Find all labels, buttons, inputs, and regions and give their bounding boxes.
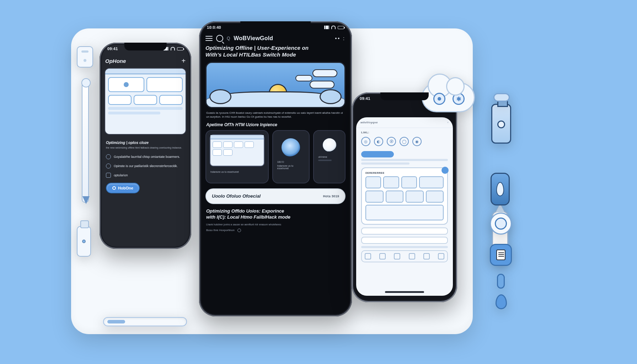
panel-disc-2[interactable]: olVnime xyxy=(313,130,346,183)
status-indicators xyxy=(164,47,183,50)
primary-pill[interactable] xyxy=(361,151,394,157)
nav-item[interactable] xyxy=(409,253,415,259)
nav-item[interactable] xyxy=(379,253,386,259)
document-icon xyxy=(496,250,505,260)
text-line xyxy=(361,162,410,165)
left-item-2[interactable]: optularion xyxy=(100,171,191,180)
left-section-body: the new webmizing offline html fallback … xyxy=(100,145,191,152)
prop-canister xyxy=(491,104,511,144)
icon-2[interactable]: ◐ xyxy=(374,137,383,146)
prop-capsule xyxy=(497,274,505,289)
prop-coin xyxy=(490,213,512,235)
status-time: 09:41 xyxy=(360,96,370,101)
chevron-down-icon[interactable]: ▾ xyxy=(447,121,449,124)
center-panel-row: hstansne us to essehonet 1B1'O hstansne … xyxy=(199,130,352,183)
left-title: OpHone xyxy=(105,58,126,64)
article-title: Optimizing Offline | User-Experience on … xyxy=(199,45,352,58)
left-preview-window xyxy=(105,68,186,135)
text-line xyxy=(361,246,448,248)
left-cta-button[interactable]: HobOne xyxy=(106,183,140,193)
center-separator: Uoolo Ofoluo Ofoecial Hota 3019 xyxy=(205,188,346,204)
cloud-toggle-1[interactable] xyxy=(433,93,445,105)
folder-icon xyxy=(106,173,111,178)
text-line xyxy=(361,159,448,161)
center-topbar: Q WoBViewGold •• : xyxy=(199,33,352,45)
cloud-toggle-2[interactable]: ✱ xyxy=(453,93,465,105)
section-heading-2: Optimizing Offldo Uoios: Exporince with … xyxy=(199,204,352,222)
phone-right: 09:41 wilvlVvyqve ▾ LIAL: ◎ ◐ ⦿ ◯ ◉ DERE… xyxy=(352,92,457,302)
icon-5[interactable]: ◉ xyxy=(412,137,422,146)
section-heading: Apetime OfTh HTM Uziore Inpience xyxy=(199,119,352,130)
right-screen: wilvlVvyqve ▾ LIAL: ◎ ◐ ⦿ ◯ ◉ DERERERREE xyxy=(356,117,453,296)
article-subtitle: Goaslo la ryosora OXft lboatol caury oat… xyxy=(199,111,352,119)
prop-teardrop xyxy=(496,294,507,309)
slider-track[interactable] xyxy=(103,317,187,326)
hero-illustration xyxy=(205,62,346,108)
icon-4[interactable]: ◯ xyxy=(400,137,409,146)
brand-title: WoBViewGold xyxy=(234,35,273,42)
avatar-icon xyxy=(237,229,241,232)
prop-cloud: ✱ xyxy=(422,82,475,112)
panel-disc-1[interactable]: 1B1'O hstansne us to essehonet xyxy=(272,130,310,183)
more-icon[interactable]: •• : xyxy=(335,36,346,41)
notch xyxy=(124,43,167,50)
nav-item[interactable] xyxy=(365,253,371,259)
icon-3[interactable]: ⦿ xyxy=(387,137,396,146)
prop-usb xyxy=(77,226,91,257)
status-time: 10:0:40 xyxy=(207,25,221,30)
prop-gem xyxy=(491,173,510,205)
phone-left: 09:41 OpHone + Optimizing | oplos cloze … xyxy=(100,43,191,249)
footer-meta: Boso thre Hoxportinon xyxy=(199,227,352,232)
icon-row: ◎ ◐ ⦿ ◯ ◉ xyxy=(356,135,453,150)
panel-preview[interactable]: hstansne us to essehonet xyxy=(205,130,269,183)
slot-2[interactable] xyxy=(361,237,448,244)
section-label: LIAL: xyxy=(356,128,453,135)
content-card: DERERERREE xyxy=(361,167,448,225)
slot-1[interactable] xyxy=(361,228,448,235)
prop-square-button[interactable] xyxy=(490,244,512,266)
phone-center: 10:0:40 Q WoBViewGold •• : Optimizing Of… xyxy=(199,21,352,316)
breadcrumb: wilvlVvyqve ▾ xyxy=(356,117,453,128)
left-section-title: Optimizing | oplos cloze xyxy=(100,138,191,145)
notch xyxy=(380,92,429,100)
notch xyxy=(240,21,311,29)
circle-icon xyxy=(112,186,116,190)
search-placeholder: Q xyxy=(227,36,230,41)
disc-icon xyxy=(280,137,301,158)
add-icon[interactable]: + xyxy=(181,57,186,65)
nav-item[interactable] xyxy=(394,253,400,259)
card-badge xyxy=(441,167,449,174)
doc-icon xyxy=(106,164,111,168)
left-item-1[interactable]: Opinste is our patilaristik slecrenstrrl… xyxy=(100,161,191,171)
clock-icon xyxy=(106,154,111,159)
prop-lozenge xyxy=(493,93,510,102)
stage-card: 09:41 OpHone + Optimizing | oplos cloze … xyxy=(71,28,473,334)
menu-icon[interactable] xyxy=(205,36,213,41)
status-time: 09:41 xyxy=(107,47,118,51)
prop-tile xyxy=(77,46,93,68)
prop-pen xyxy=(82,82,89,203)
home-indicator[interactable] xyxy=(385,291,424,293)
nav-item[interactable] xyxy=(423,253,430,259)
nav-item[interactable] xyxy=(438,253,444,259)
left-item-0[interactable]: Goyalatirhe laurrital chisp omiantate bo… xyxy=(100,152,191,161)
icon-1[interactable]: ◎ xyxy=(361,137,370,146)
bottom-nav xyxy=(361,250,448,262)
left-topbar: OpHone + xyxy=(100,55,191,66)
disc-icon xyxy=(322,137,337,153)
search-icon[interactable] xyxy=(216,35,223,42)
footnote: Lhank hulsiiner joxins a sauser an aemft… xyxy=(199,222,352,227)
status-indicators xyxy=(324,26,344,29)
